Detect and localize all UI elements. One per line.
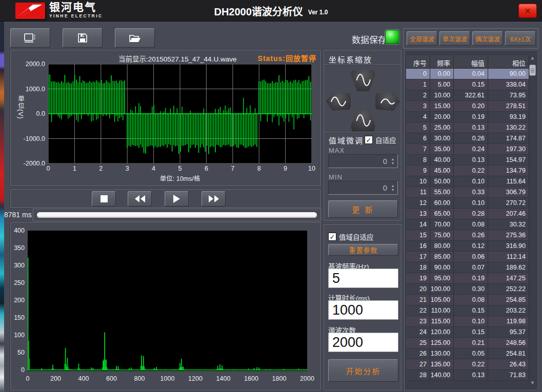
table-row[interactable]: 1365.000.28207.46: [406, 209, 529, 219]
column-header-2: 幅值: [454, 55, 488, 68]
waveform-chart[interactable]: [48, 64, 312, 163]
table-row[interactable]: 1890.000.07189.62: [406, 262, 529, 273]
table-row[interactable]: 00.000.0490.00: [406, 69, 529, 79]
scroll-up-icon[interactable]: ▲: [529, 55, 536, 63]
table-cell: 90.00: [430, 262, 454, 273]
filter-button-2[interactable]: 偶次谐波: [472, 31, 503, 46]
scroll-down-icon[interactable]: ▼: [529, 380, 536, 387]
table-cell: 80.00: [430, 241, 454, 252]
table-cell: 27: [406, 359, 430, 370]
reset-params-button[interactable]: 重置参数: [328, 244, 398, 256]
y-tick-label: 250: [11, 279, 25, 286]
table-row[interactable]: 15.000.15338.04: [406, 79, 529, 90]
filter-button-3[interactable]: 6X±1次: [505, 31, 536, 46]
play-button[interactable]: [165, 191, 189, 207]
table-cell: 0.08: [454, 219, 488, 230]
table-row[interactable]: 630.000.26174.87: [406, 133, 529, 144]
spin-down-icon[interactable]: ▼: [391, 189, 395, 192]
min-label: MIN: [329, 173, 343, 181]
table-row[interactable]: 735.000.24197.30: [406, 144, 529, 155]
table-row[interactable]: 1785.000.06112.14: [406, 252, 529, 262]
zoom-x-compress-button[interactable]: [326, 92, 351, 111]
scroll-thumb[interactable]: [529, 65, 536, 76]
table-row[interactable]: 23115.000.10119.98: [406, 316, 529, 327]
save-button[interactable]: [63, 28, 103, 48]
axis-zoom-title: 坐标系缩放: [329, 54, 372, 65]
fast-forward-button[interactable]: [202, 191, 226, 207]
table-cell: 0.00: [430, 69, 454, 79]
device-button[interactable]: [10, 28, 50, 48]
checkbox-checked-icon[interactable]: ✓: [365, 136, 373, 144]
table-row[interactable]: 22110.000.15203.22: [406, 305, 529, 316]
table-cell: 119.98: [488, 316, 529, 327]
table-cell: 0.15: [454, 305, 488, 316]
stop-button[interactable]: [92, 191, 116, 207]
table-cell: 55.00: [430, 187, 454, 198]
column-header-0: 序号: [406, 55, 430, 68]
x-tick-label: 1400: [216, 375, 231, 382]
spin-down-icon[interactable]: ▼: [391, 162, 395, 165]
spectrum-chart[interactable]: [28, 231, 307, 371]
range-auto-label: 值域自适应: [339, 232, 374, 242]
table-row[interactable]: 315.000.20278.51: [406, 101, 529, 112]
x-tick-label: 1200: [188, 375, 203, 382]
update-button[interactable]: 更 新: [328, 200, 398, 218]
table-cell: 4: [406, 112, 430, 122]
spin-up-icon[interactable]: ▲: [391, 158, 395, 161]
auto-range-toggle[interactable]: ✓ 自适应: [365, 135, 396, 145]
table-row[interactable]: 420.000.1993.19: [406, 112, 529, 122]
table-row[interactable]: 840.000.13154.97: [406, 155, 529, 166]
table-row[interactable]: 25125.000.21248.56: [406, 338, 529, 348]
logo-en: YINHE ELECTRIC: [49, 14, 103, 18]
table-cell: 0.22: [454, 166, 488, 176]
instrument-icon: [24, 32, 37, 44]
start-analysis-button[interactable]: 开始分析: [328, 359, 398, 382]
table-row[interactable]: 1575.000.26275.36: [406, 230, 529, 241]
table-cell: 90.00: [488, 69, 529, 79]
close-button[interactable]: ✕: [518, 4, 537, 18]
rewind-button[interactable]: [128, 191, 152, 207]
table-row[interactable]: 24120.000.1595.37: [406, 327, 529, 338]
fundamental-freq-input[interactable]: [328, 269, 398, 288]
table-row[interactable]: 1155.000.33306.79: [406, 187, 529, 198]
table-cell: 6: [406, 133, 430, 144]
table-row[interactable]: 26130.000.05254.81: [406, 348, 529, 359]
table-row[interactable]: 525.000.13130.22: [406, 122, 529, 133]
max-spinner[interactable]: 0 ▲▼: [328, 154, 398, 168]
table-row[interactable]: 21105.000.08254.85: [406, 295, 529, 305]
zoom-y-compress-button[interactable]: [351, 109, 375, 132]
min-spinner[interactable]: 0 ▲▼: [328, 181, 398, 195]
table-row[interactable]: 1995.000.19147.25: [406, 273, 529, 284]
y-tick-label: 300: [11, 262, 25, 269]
filter-button-1[interactable]: 单次谐波: [439, 31, 470, 46]
playback-progress-slider[interactable]: [33, 209, 321, 221]
spin-up-icon[interactable]: ▲: [391, 184, 395, 188]
table-cell: 115.64: [488, 176, 529, 187]
open-button[interactable]: [115, 28, 155, 48]
table-cell: 248.56: [488, 338, 529, 348]
table-cell: 2: [406, 90, 430, 101]
table-row[interactable]: 210.00322.6173.95: [406, 90, 529, 101]
table-row[interactable]: 945.000.22134.79: [406, 166, 529, 176]
harmonic-count-input[interactable]: [328, 333, 398, 352]
filter-button-0[interactable]: 全部谐波: [407, 31, 437, 46]
table-cell: 26: [406, 348, 430, 359]
table-row[interactable]: 1470.000.0830.32: [406, 219, 529, 230]
zoom-y-expand-button[interactable]: [351, 69, 375, 91]
table-row[interactable]: 27135.000.2226.43: [406, 359, 529, 370]
calc-duration-input[interactable]: [328, 300, 398, 320]
checkbox-checked-icon[interactable]: ✓: [328, 233, 336, 241]
table-row[interactable]: 1680.000.12316.90: [406, 241, 529, 252]
reset-params-label: 重置参数: [349, 245, 377, 255]
table-row[interactable]: 1050.000.10115.64: [406, 176, 529, 187]
table-cell: 71.83: [488, 370, 529, 381]
table-row[interactable]: 28140.000.1371.83: [406, 370, 529, 381]
range-auto-toggle[interactable]: ✓ 值域自适应: [328, 232, 374, 242]
column-header-3: 相位: [488, 55, 529, 68]
table-scrollbar[interactable]: ▲ ▼: [529, 55, 536, 387]
table-cell: 0.20: [454, 101, 488, 112]
zoom-x-expand-button[interactable]: [375, 92, 400, 111]
table-cell: 35.00: [430, 144, 454, 155]
table-row[interactable]: 20100.000.30252.22: [406, 284, 529, 295]
table-row[interactable]: 1260.000.10270.72: [406, 198, 529, 209]
